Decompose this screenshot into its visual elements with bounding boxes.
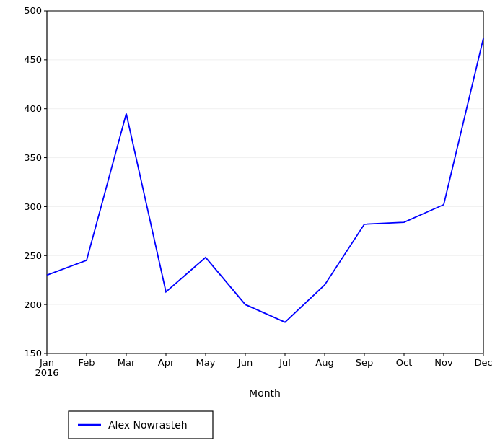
x-tick-aug: Aug	[315, 357, 333, 368]
x-tick-year: 2016	[35, 367, 58, 378]
line-chart: 500 450 400 350 300 250 200 150 Jan 2016…	[0, 0, 500, 448]
svg-rect-1	[47, 11, 483, 353]
x-tick-may: May	[196, 357, 216, 368]
x-tick-sep: Sep	[356, 357, 374, 368]
y-tick-400: 400	[24, 103, 42, 114]
x-tick-dec: Dec	[474, 357, 492, 368]
y-tick-450: 450	[24, 54, 42, 65]
legend-label: Alex Nowrasteh	[108, 419, 188, 431]
x-tick-jan: Jan	[39, 357, 54, 368]
x-axis-label: Month	[249, 387, 281, 399]
x-tick-oct: Oct	[396, 357, 412, 368]
x-tick-jun: Jun	[237, 357, 253, 368]
y-tick-350: 350	[24, 152, 42, 163]
y-tick-250: 250	[24, 250, 42, 261]
x-tick-jul: Jul	[278, 357, 291, 368]
x-tick-nov: Nov	[434, 357, 453, 368]
y-tick-300: 300	[24, 201, 42, 212]
chart-container: 500 450 400 350 300 250 200 150 Jan 2016…	[0, 0, 500, 448]
y-tick-200: 200	[24, 299, 42, 310]
y-tick-500: 500	[24, 5, 42, 16]
x-tick-mar: Mar	[118, 357, 136, 368]
x-tick-apr: Apr	[158, 357, 175, 368]
x-tick-feb: Feb	[78, 357, 95, 368]
